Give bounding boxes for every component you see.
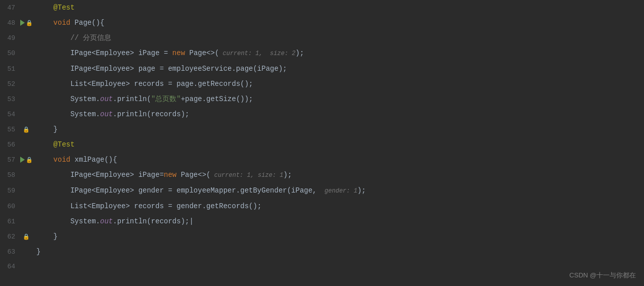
line-content: System.out.println(records); [32, 107, 644, 121]
code-token: new [172, 49, 185, 57]
run-lock-icons[interactable]: 🔒 [20, 20, 33, 26]
code-token: ); [296, 49, 304, 57]
line-number: 57 [0, 156, 20, 164]
code-token: | [189, 217, 193, 225]
code-token: <Employee> [91, 49, 134, 57]
code-line: 60 List<Employee> records = gender.getRe… [0, 199, 644, 214]
code-token: } [36, 125, 58, 133]
code-line: 61 System.out.println(records);| [0, 214, 644, 229]
run-icon[interactable] [20, 157, 25, 163]
code-token: out [100, 110, 113, 118]
code-line: 59 IPage<Employee> gender = employeeMapp… [0, 183, 644, 199]
code-line: 47 @Test [0, 0, 644, 15]
code-token: Page<>( [176, 171, 210, 179]
run-lock-icons[interactable]: 🔒 [20, 157, 33, 163]
line-number: 64 [0, 263, 20, 270]
line-number: 47 [0, 4, 20, 12]
line-number: 59 [0, 187, 20, 195]
code-token: iPage = [134, 49, 172, 57]
line-number: 61 [0, 218, 20, 225]
lock-icon: 🔒 [26, 157, 33, 163]
code-token: void [54, 19, 71, 27]
code-token: new [164, 171, 176, 179]
line-content: @Test [32, 137, 644, 152]
line-number: 62 [0, 233, 20, 241]
line-content: } [32, 229, 644, 244]
code-token: System. [36, 95, 100, 103]
code-token: <Employee> [87, 202, 130, 210]
line-content: } [32, 122, 644, 136]
line-gutter: 🔒 [20, 233, 32, 240]
code-token: .println( [113, 95, 151, 103]
code-token: } [36, 248, 40, 256]
code-token: @Test [36, 140, 75, 149]
code-token: IPage [36, 186, 91, 195]
line-number: 51 [0, 65, 20, 73]
code-token: <Employee> [87, 80, 130, 88]
code-line: 57 🔒 void xmlPage(){ [0, 152, 644, 167]
code-token: @Test [36, 4, 75, 12]
run-icon[interactable] [20, 20, 25, 26]
code-token: xmlPage(){ [70, 156, 117, 164]
code-token [36, 19, 54, 27]
code-token: System. [36, 217, 100, 225]
code-token: out [100, 95, 113, 103]
code-token: Page<>( [185, 49, 219, 57]
code-line: 56 @Test [0, 137, 644, 152]
line-content: System.out.println("总页数"+page.getSize())… [32, 92, 644, 106]
line-number: 50 [0, 50, 20, 57]
line-number: 56 [0, 141, 20, 149]
code-token: List [36, 202, 87, 210]
code-token: out [100, 217, 113, 225]
line-number: 49 [0, 34, 20, 42]
code-token: Page(){ [70, 19, 104, 27]
line-content: IPage<Employee> gender = employeeMapper.… [32, 183, 644, 198]
line-content: void Page(){ [32, 16, 644, 30]
code-token: <Employee> [91, 65, 134, 73]
code-token: void [54, 156, 71, 164]
code-line: 49 // 分页信息 [0, 30, 644, 45]
code-token: records = gender.getRecords(); [130, 202, 261, 210]
code-line: 58 IPage<Employee> iPage=new Page<>( cur… [0, 167, 644, 183]
code-token: page = employeeService.page(iPage); [134, 65, 287, 73]
line-number: 54 [0, 111, 20, 118]
line-content: List<Employee> records = gender.getRecor… [32, 199, 644, 213]
code-token: gender = employeeMapper.getByGender(iPag… [134, 186, 321, 195]
code-token: current: 1, [219, 50, 262, 57]
line-content: System.out.println(records);| [32, 214, 644, 228]
line-number: 53 [0, 96, 20, 103]
code-line: 48 🔒 void Page(){ [0, 15, 644, 30]
code-token [36, 156, 54, 164]
line-number: 60 [0, 203, 20, 210]
line-content: // 分页信息 [32, 31, 644, 45]
code-token: <Employee> [91, 171, 134, 179]
code-line: 51 IPage<Employee> page = employeeServic… [0, 61, 644, 76]
code-token: .println(records); [113, 217, 189, 225]
line-content: List<Employee> records = page.getRecords… [32, 77, 644, 91]
code-token: records = page.getRecords(); [130, 80, 253, 88]
line-gutter: 🔒 [20, 157, 32, 163]
code-token: } [36, 232, 58, 241]
code-token: List [36, 80, 87, 88]
code-line: 53 System.out.println("总页数"+page.getSize… [0, 91, 644, 107]
code-token: .println(records); [113, 110, 189, 118]
code-line: 63} [0, 244, 644, 259]
line-content: IPage<Employee> iPage = new Page<>( curr… [32, 46, 644, 61]
code-token: <Employee> [91, 186, 134, 195]
lock-icon: 🔒 [23, 126, 30, 133]
code-token: +page.getSize()); [181, 95, 253, 103]
code-token: current: 1, size: 1 [210, 172, 283, 179]
code-line: 55🔒 } [0, 122, 644, 137]
code-line: 62🔒 } [0, 229, 644, 244]
line-number: 52 [0, 80, 20, 88]
code-token: IPage [36, 171, 91, 179]
code-token: ); [284, 171, 292, 179]
code-line: 50 IPage<Employee> iPage = new Page<>( c… [0, 45, 644, 61]
line-content: IPage<Employee> iPage=new Page<>( curren… [32, 168, 644, 182]
line-number: 55 [0, 126, 20, 133]
line-content: @Test [32, 1, 644, 15]
code-token: // 分页信息 [36, 34, 111, 42]
code-token: "总页数" [151, 95, 181, 103]
code-line: 52 List<Employee> records = page.getReco… [0, 76, 644, 91]
watermark: CSDN @十一与你都在 [569, 271, 636, 280]
